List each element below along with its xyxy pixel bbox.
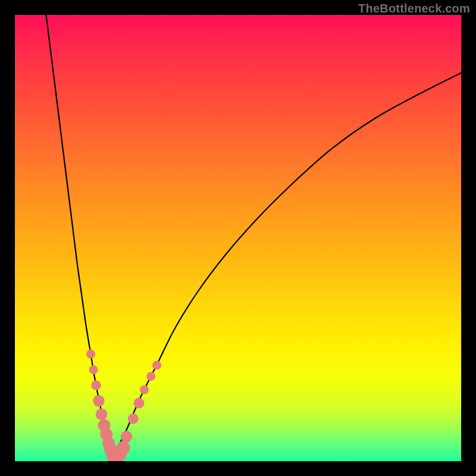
data-marker [117, 441, 130, 455]
data-marker [146, 372, 155, 381]
data-marker [93, 395, 105, 407]
data-marker [86, 350, 95, 359]
data-marker [134, 398, 145, 409]
curve-left-branch [46, 15, 114, 457]
data-marker [89, 365, 98, 374]
chart-svg [15, 15, 461, 461]
curves-group [46, 15, 462, 457]
data-marker [121, 431, 133, 443]
data-marker [91, 380, 101, 390]
data-marker [96, 409, 108, 421]
plot-area [15, 15, 461, 461]
data-marker [128, 414, 139, 424]
curve-right-branch [113, 73, 461, 457]
chart-frame: TheBottleneck.com [0, 0, 476, 476]
data-marker [152, 361, 161, 369]
watermark-text: TheBottleneck.com [358, 2, 470, 15]
markers-group [86, 350, 161, 462]
data-marker [140, 386, 149, 394]
